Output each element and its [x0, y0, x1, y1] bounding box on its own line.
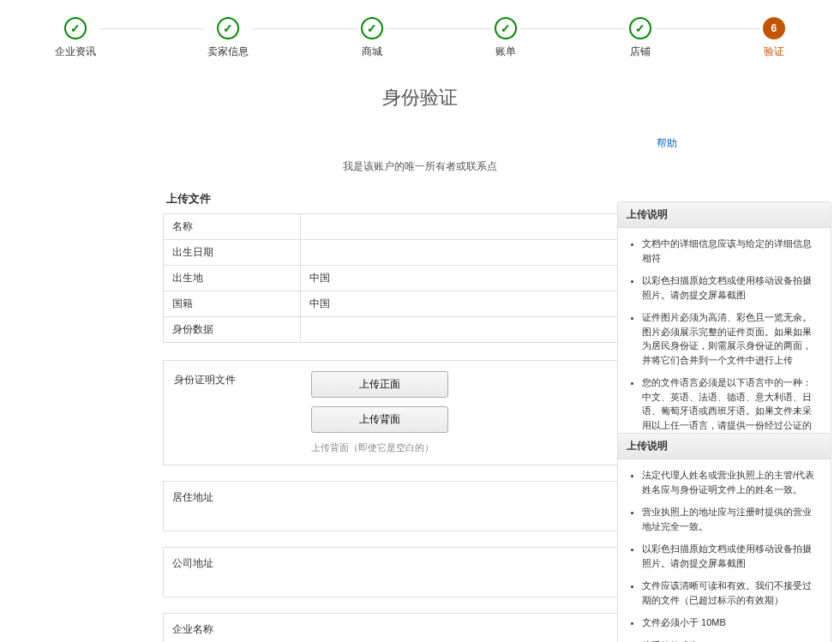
check-icon: ✓ — [217, 17, 239, 39]
help-link[interactable]: 帮助 — [657, 137, 677, 149]
instructions-list: 法定代理人姓名或营业执照上的主管/代表姓名应与身份证明文件上的姓名一致。 营业执… — [628, 468, 820, 642]
list-item: 文档中的详细信息应该与给定的详细信息相符 — [642, 237, 820, 265]
step-label: 商城 — [362, 45, 382, 59]
check-icon: ✓ — [629, 17, 651, 39]
panel-title: 上传说明 — [618, 202, 831, 228]
list-item: 法定代理人姓名或营业执照上的主管/代表姓名应与身份证明文件上的姓名一致。 — [642, 468, 820, 496]
iddata-label: 身份数据 — [164, 317, 301, 343]
step-label: 企业资讯 — [55, 45, 96, 59]
nationality-label: 国籍 — [164, 291, 301, 317]
panel-title: 上传说明 — [618, 434, 831, 459]
upload-front-button[interactable]: 上传正面 — [311, 371, 448, 398]
company-name-row: 企业名称 — [163, 613, 677, 642]
table-row: 出生地 中国 — [164, 266, 677, 291]
name-label: 名称 — [164, 214, 301, 240]
step-seller-info: ✓ 卖家信息 — [204, 17, 252, 59]
step-label: 卖家信息 — [207, 45, 249, 59]
step-number-icon: 6 — [763, 17, 785, 39]
main-content: 身份验证 帮助 我是该账户的唯一所有者或联系点 上传文件 名称 出生日期 出生地… — [163, 85, 677, 642]
help-container: 帮助 — [163, 136, 677, 151]
company-address-row: 公司地址 — [163, 547, 677, 597]
table-row: 国籍 中国 — [164, 291, 677, 317]
step-marketplace: ✓ 商城 — [357, 17, 387, 59]
step-label: 店铺 — [630, 45, 651, 59]
info-table: 名称 出生日期 出生地 中国 国籍 中国 身份数据 — [163, 213, 677, 343]
id-document-upload: 身份证明文件 上传正面 上传背面 上传背面（即使它是空白的） — [163, 360, 677, 465]
check-icon: ✓ — [64, 17, 87, 39]
company-address-label: 公司地址 — [172, 556, 309, 571]
step-store: ✓ 店铺 — [626, 17, 655, 59]
table-row: 出生日期 — [164, 240, 677, 266]
upload-section-label: 上传文件 — [166, 191, 677, 207]
list-item: 接受的格式为 *.png、*.tiff、*.tif、*.jpg、*.jpeg 和… — [642, 639, 820, 643]
list-item: 以彩色扫描原始文档或使用移动设备拍摄照片。请勿提交屏幕截图 — [642, 273, 820, 302]
table-row: 身份数据 — [164, 317, 677, 343]
check-icon: ✓ — [361, 17, 383, 39]
check-icon: ✓ — [495, 17, 517, 39]
list-item: 文件应该清晰可读和有效。我们不接受过期的文件（已超过标示的有效期） — [642, 579, 820, 607]
step-label: 账单 — [495, 45, 516, 59]
list-item: 证件图片必须为高清、彩色且一览无余。图片必须展示完整的证件页面。如果如果为居民身… — [642, 310, 820, 367]
step-billing: ✓ 账单 — [491, 17, 520, 59]
table-row: 名称 — [164, 214, 677, 240]
id-doc-label: 身份证明文件 — [174, 371, 311, 454]
list-item: 营业执照上的地址应与注册时提供的营业地址完全一致。 — [642, 505, 820, 533]
birthplace-label: 出生地 — [164, 266, 301, 291]
subtitle: 我是该账户的唯一所有者或联系点 — [163, 159, 677, 174]
company-name-label: 企业名称 — [172, 622, 309, 637]
list-item: 文件必须小于 10MB — [642, 615, 820, 630]
list-item: 以彩色扫描原始文档或使用移动设备拍摄照片。请勿提交屏幕截图 — [642, 542, 820, 570]
residence-address-row: 居住地址 — [163, 481, 677, 531]
step-label: 验证 — [764, 45, 784, 59]
progress-stepper: ✓ 企业资讯 ✓ 卖家信息 ✓ 商城 ✓ 账单 ✓ 店铺 6 验证 — [0, 0, 840, 68]
upload-back-button[interactable]: 上传背面 — [311, 406, 448, 433]
upload-back-note: 上传背面（即使它是空白的） — [311, 441, 434, 454]
page-title: 身份验证 — [163, 85, 677, 111]
step-verification: 6 验证 — [759, 17, 789, 59]
step-company-info: ✓ 企业资讯 — [51, 17, 99, 59]
dob-label: 出生日期 — [164, 240, 301, 266]
residence-label: 居住地址 — [172, 490, 309, 505]
upload-instructions-panel-2: 上传说明 法定代理人姓名或营业执照上的主管/代表姓名应与身份证明文件上的姓名一致… — [617, 433, 831, 642]
